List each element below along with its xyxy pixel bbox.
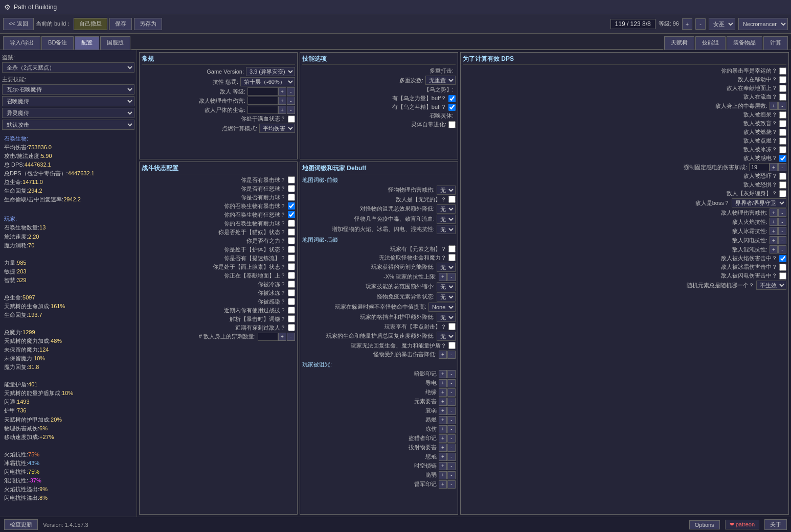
enemy-life-minus[interactable]: -	[287, 106, 295, 114]
trap-checkbox[interactable]	[288, 228, 295, 236]
options-button[interactable]: Options	[689, 520, 720, 529]
enemy-phys-plus[interactable]: +	[278, 97, 286, 105]
about-button[interactable]: 关于	[764, 519, 787, 530]
enemy-life-plus[interactable]: +	[278, 106, 286, 114]
flask-limit-select[interactable]: 无低中	[437, 263, 456, 272]
no-regen-checkbox[interactable]	[448, 342, 456, 349]
enemy-phys-input[interactable]	[247, 97, 278, 105]
debuff-minus-7[interactable]: -	[447, 434, 456, 443]
lightning-dmg-plus[interactable]: +	[770, 236, 778, 244]
intimidate-plus[interactable]: +	[770, 163, 778, 171]
tab-cn[interactable]: 国服版	[100, 36, 130, 50]
intimidate-input[interactable]	[749, 163, 770, 171]
enemy-level-plus[interactable]: +	[278, 87, 286, 96]
bandit-select[interactable]: 全杀（2点天赋点） 帮助Alira	[2, 62, 134, 73]
zero-shot-checkbox[interactable]	[448, 323, 456, 330]
enemy-pierce-plus[interactable]: +	[278, 333, 286, 341]
blinded-checkbox[interactable]	[779, 120, 786, 127]
debuff-plus-9[interactable]: +	[439, 453, 447, 461]
multi-count-select[interactable]: 无重置	[425, 76, 456, 85]
tab-skills[interactable]: 技能组	[695, 36, 726, 50]
debuff-minus-5[interactable]: -	[447, 416, 456, 424]
intimidate3-checkbox[interactable]	[779, 181, 786, 189]
resist-cap-minus[interactable]: -	[447, 273, 456, 281]
enemy-level-input[interactable]	[247, 87, 278, 96]
chilled2-checkbox[interactable]	[288, 281, 295, 288]
intimidate-minus[interactable]: -	[778, 163, 786, 171]
is-crit-checkbox[interactable]	[288, 176, 295, 183]
life-recov-select[interactable]: 无低中	[437, 332, 456, 341]
debuff-plus-2[interactable]: +	[439, 388, 447, 397]
ignite-checkbox[interactable]	[779, 255, 786, 262]
debuff-plus-4[interactable]: +	[439, 407, 447, 415]
tab-bd[interactable]: BD备注	[41, 36, 74, 50]
chaos-dmg-plus[interactable]: +	[770, 245, 778, 253]
electrocuted-checkbox[interactable]	[779, 155, 786, 162]
golem-checkbox[interactable]	[448, 121, 456, 128]
block-select[interactable]: 无低中	[437, 313, 456, 322]
debuff-minus-11[interactable]: -	[447, 471, 456, 479]
tab-import[interactable]: 导入/导出	[3, 36, 40, 50]
debuff-plus-5[interactable]: +	[439, 416, 447, 424]
frozen-checkbox[interactable]	[779, 146, 786, 153]
debuff-minus-10[interactable]: -	[447, 462, 456, 470]
flask-checkbox[interactable]	[288, 255, 295, 262]
increase-resist-select[interactable]: 无有	[437, 225, 456, 234]
guard-checkbox[interactable]	[288, 246, 295, 253]
default-attack-select[interactable]: 默认攻击	[2, 120, 134, 130]
chilled-checkbox[interactable]	[779, 137, 786, 145]
skill2-select[interactable]: 召唤魔侍 异灵魔侍	[2, 96, 134, 106]
save-as-button[interactable]: 另存为	[134, 18, 162, 30]
main-skill-select[interactable]: 瓦尔·召唤魔侍 召唤魔侍	[2, 84, 134, 95]
debuff-plus-0[interactable]: +	[439, 370, 447, 378]
poison-stacks-minus[interactable]: -	[778, 102, 786, 110]
burning-checkbox[interactable]	[779, 129, 786, 136]
debuff-minus-12[interactable]: -	[447, 480, 456, 489]
power-checkbox[interactable]	[448, 95, 456, 102]
chaos-dmg-minus[interactable]: -	[778, 245, 786, 253]
ash-checkbox[interactable]	[779, 190, 786, 197]
debuff-minus-6[interactable]: -	[447, 425, 456, 433]
random-select[interactable]: 不生效 火焰 冰霜	[756, 281, 786, 290]
debuff-minus-4[interactable]: -	[447, 407, 456, 415]
debuff-minus-3[interactable]: -	[447, 398, 456, 406]
lucky-checkbox[interactable]	[779, 67, 786, 75]
resist-cap-plus[interactable]: +	[439, 273, 447, 281]
tab-skilltree[interactable]: 天赋树	[664, 36, 694, 50]
poison2-checkbox[interactable]	[288, 298, 295, 305]
enemy-phys-minus[interactable]: -	[287, 97, 295, 105]
game-version-select[interactable]: 3.9 (异界灾变)	[246, 67, 295, 76]
shocked-checkbox[interactable]	[779, 111, 786, 119]
debuff-plus-1[interactable]: +	[439, 379, 447, 387]
enemy-cursed-checkbox[interactable]	[448, 196, 456, 203]
cant-leech-checkbox[interactable]	[448, 254, 456, 261]
cold-dmg-plus[interactable]: +	[770, 227, 778, 235]
avoid-time-select[interactable]: None低中	[428, 303, 456, 312]
debuff-plus-3[interactable]: +	[439, 398, 447, 406]
fire-dmg-minus[interactable]: -	[778, 218, 786, 226]
debuff-minus-2[interactable]: -	[447, 388, 456, 397]
recently-pierce-checkbox[interactable]	[288, 324, 295, 331]
shockwave-checkbox[interactable]	[288, 315, 295, 322]
debuff-plus-8[interactable]: +	[439, 444, 447, 452]
enemy-level-minus[interactable]: -	[287, 87, 295, 96]
lightning-hit-checkbox[interactable]	[779, 272, 786, 280]
min-crit-minus[interactable]: -	[447, 351, 456, 359]
back-button[interactable]: << 返回	[3, 18, 34, 30]
bleeding-checkbox[interactable]	[779, 94, 786, 101]
skill-range-select[interactable]: 无低	[437, 282, 456, 291]
recent-fight-checkbox[interactable]	[288, 307, 295, 314]
monster-phys-select[interactable]: 无低中高	[437, 186, 456, 195]
boss-select[interactable]: 界界者/界界守卫 普通boss 不是boss	[732, 198, 786, 207]
on-flask-checkbox[interactable]	[288, 263, 295, 270]
on-ground-checkbox[interactable]	[779, 85, 786, 92]
class-select[interactable]: 女巫 游侠	[709, 18, 735, 30]
enemy-pierce-minus[interactable]: -	[287, 333, 295, 341]
full-life-checkbox[interactable]	[288, 115, 295, 123]
minion-end-checkbox[interactable]	[288, 220, 295, 227]
intimidate2-checkbox[interactable]	[779, 173, 786, 180]
cold-dmg-minus[interactable]: -	[778, 227, 786, 235]
boss-dmg-minus[interactable]: -	[778, 209, 786, 217]
tab-calc[interactable]: 计算	[763, 36, 788, 50]
debuff-minus-8[interactable]: -	[447, 444, 456, 452]
